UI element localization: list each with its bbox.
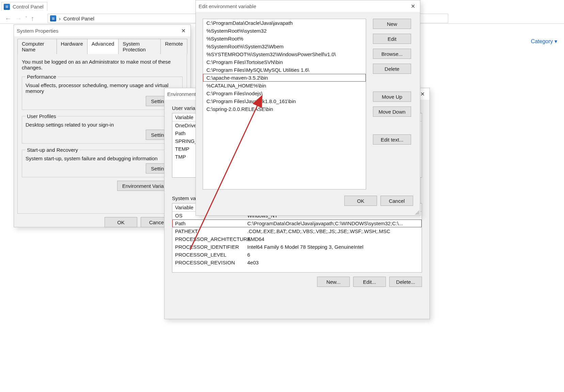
table-row[interactable]: PATHEXT.COM;.EXE;.BAT;.CMD;.VBS;.VBE;.JS… [172,227,422,235]
edit-button[interactable]: Edit [373,34,411,44]
history-dropdown-icon[interactable]: ˅ [25,16,27,21]
user-profiles-desc: Desktop settings related to your sign-in [26,122,179,128]
tab-advanced[interactable]: Advanced [87,39,119,54]
cancel-button[interactable]: Cancel [380,196,413,206]
move-down-button[interactable]: Move Down [373,107,411,117]
back-icon[interactable]: ← [5,15,12,22]
dialog-edit-environment-variable: Edit environment variable ✕ C:\ProgramDa… [195,0,420,216]
path-entry[interactable]: C:\Program Files\Java\jdk1.8.0_161\bin [203,97,366,105]
table-row[interactable]: PROCESSOR_LEVEL6 [172,251,422,259]
control-panel-icon: ⊞ [50,15,56,21]
new-button[interactable]: New [373,19,411,29]
forward-icon[interactable]: → [15,15,22,22]
path-entry[interactable]: C:\ProgramData\Oracle\Java\javapath [203,19,366,27]
path-entry[interactable]: %SystemRoot% [203,35,366,43]
group-user-profiles: User Profiles Desktop settings related t… [22,113,183,144]
group-user-profiles-legend: User Profiles [26,113,58,119]
path-entry[interactable]: %CATALINA_HOME%\bin [203,82,366,89]
group-performance-legend: Performance [26,74,58,80]
table-row[interactable]: PROCESSOR_ARCHITECTUREAMD64 [172,235,422,243]
table-row[interactable]: PROCESSOR_IDENTIFIERIntel64 Family 6 Mod… [172,243,422,251]
group-performance: Performance Visual effects, processor sc… [22,74,183,110]
table-row[interactable]: PROCESSOR_REVISION4e03 [172,259,422,266]
tab-computer-name[interactable]: Computer Name [17,39,57,54]
view-by-category[interactable]: Category ▾ [531,38,557,45]
move-up-button[interactable]: Move Up [373,92,411,102]
path-entry[interactable]: C:\spring-2.0.0.RELEASE\bin [203,105,366,113]
path-entry[interactable]: %SYSTEMROOT%\System32\WindowsPowerShell\… [203,50,366,58]
admin-notice: You must be logged on as an Administrato… [22,59,183,70]
ok-button[interactable]: OK [344,196,377,206]
table-row[interactable]: PathC:\ProgramData\Oracle\Java\javapath;… [172,219,422,227]
path-entry[interactable]: C:\Program Files\MySQL\MySQL Utilities 1… [203,66,366,74]
breadcrumb-sep: › [59,16,61,21]
tab-remote[interactable]: Remote [160,39,187,54]
control-panel-icon: ⊞ [4,4,10,10]
dialog-title: System Properties [17,28,179,34]
chevron-down-icon: ▾ [554,38,557,44]
path-entry[interactable]: %SystemRoot%\system32 [203,27,366,35]
ok-button[interactable]: OK [105,217,137,227]
path-entry[interactable]: %SystemRoot%\System32\Wbem [203,43,366,50]
group-startup-recovery: Start-up and Recovery System start-up, s… [22,147,183,177]
resize-grip-icon[interactable] [414,210,419,215]
window-tab-control-panel: ⊞ Control Panel [1,2,47,11]
close-icon[interactable]: ✕ [179,28,188,34]
edit-text-button[interactable]: Edit text... [373,134,411,145]
sys-delete-button[interactable]: Delete... [389,277,422,287]
close-icon[interactable]: ✕ [409,3,417,10]
tab-system-protection[interactable]: System Protection [118,39,161,54]
sys-new-button[interactable]: New... [317,277,350,287]
path-entry[interactable]: C:\Program Files\TortoiseSVN\bin [203,58,366,66]
path-entry[interactable]: C:\apache-maven-3.5.2\bin [203,74,366,82]
dialog-title: Edit environment variable [199,3,409,9]
window-tab-label: Control Panel [13,4,44,10]
group-startup-legend: Start-up and Recovery [26,147,79,153]
browse-button[interactable]: Browse... [373,49,411,59]
sys-edit-button[interactable]: Edit... [353,277,386,287]
breadcrumb-control-panel[interactable]: Control Panel [63,16,94,21]
path-entry[interactable]: C:\Program Files\nodejs\ [203,89,366,97]
path-list[interactable]: C:\ProgramData\Oracle\Java\javapath%Syst… [203,19,366,190]
up-icon[interactable]: ↑ [31,15,34,22]
tab-hardware[interactable]: Hardware [57,39,88,54]
startup-desc: System start-up, system failure and debu… [26,156,179,161]
delete-button[interactable]: Delete [373,64,411,74]
performance-desc: Visual effects, processor scheduling, me… [26,82,179,94]
view-by-label: Category [531,38,553,44]
